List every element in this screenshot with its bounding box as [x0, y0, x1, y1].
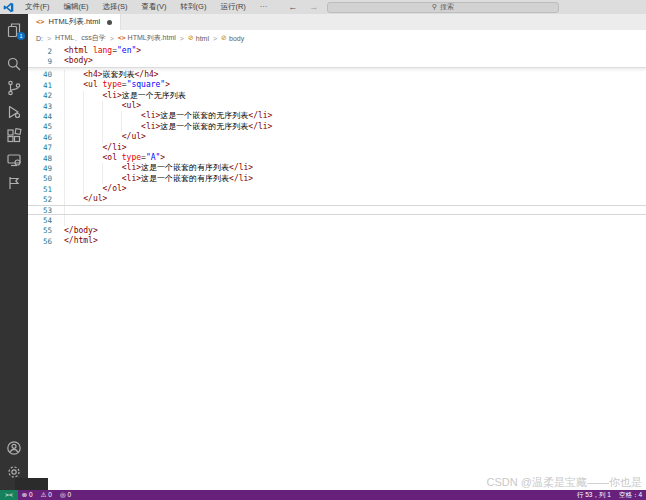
breadcrumb: D:>HTML、css自学><>HTML列表.html>⊘html>⊘body [28, 30, 646, 46]
code-text: </html> [64, 236, 98, 246]
code-text: <body> [64, 56, 93, 66]
accounts-icon[interactable] [6, 440, 22, 456]
breadcrumb-item-D:[interactable]: D: [36, 35, 43, 42]
line-number: 48 [28, 154, 52, 163]
code-line-45[interactable]: 45 <li>这是一个嵌套的无序列表</li> [28, 122, 646, 132]
html-file-icon: <> [36, 18, 44, 26]
line-number: 44 [28, 112, 52, 121]
line-number: 43 [28, 102, 52, 111]
line-number: 41 [28, 81, 52, 90]
line-number: 51 [28, 185, 52, 194]
code-line-54[interactable]: 54 [28, 215, 646, 225]
custom-tool-icon[interactable] [6, 175, 22, 191]
code-editor[interactable]: 2<html lang="en">9<body> 40 <h4>嵌套列表</h4… [28, 46, 646, 490]
file-code-icon: <> [118, 34, 126, 42]
code-line-40[interactable]: 40 <h4>嵌套列表</h4> [28, 70, 646, 80]
code-line-43[interactable]: 43 <ul> [28, 101, 646, 111]
code-line-2[interactable]: 2<html lang="en"> [28, 46, 646, 56]
modified-dot-icon[interactable] [107, 20, 112, 25]
menu-item-3[interactable]: 查看(V) [135, 0, 174, 14]
status-bar: >< ⊗ 0⚠ 0◎ 0 行 53，列 1空格：4 [0, 490, 646, 500]
code-line-51[interactable]: 51 </ol> [28, 184, 646, 194]
menu-item-0[interactable]: 文件(F) [18, 0, 57, 14]
breadcrumb-separator: > [43, 35, 55, 42]
status-right-item-0[interactable]: 行 53，列 1 [573, 491, 615, 500]
code-line-56[interactable]: 56</html> [28, 236, 646, 246]
menu-item-5[interactable]: 运行(R) [213, 0, 252, 14]
line-number: 46 [28, 133, 52, 142]
line-number: 40 [28, 70, 52, 79]
breadcrumb-item-html[interactable]: ⊘html [188, 34, 209, 42]
extensions-icon[interactable] [6, 128, 22, 144]
code-text: </ul> [64, 194, 107, 204]
line-number: 42 [28, 91, 52, 100]
code-line-53[interactable]: 53 [28, 205, 646, 215]
search-icon: ⚲ [432, 3, 437, 11]
status-item-0[interactable]: ⊗ 0 [18, 491, 37, 499]
code-text: <li>这是一个嵌套的有序列表</li> [64, 174, 253, 184]
search-input[interactable]: ⚲ 搜索 [327, 2, 559, 13]
tab-label: HTML列表.html [48, 17, 100, 27]
menu-item-4[interactable]: 转到(G) [174, 0, 214, 14]
source-control-icon[interactable] [6, 80, 22, 96]
line-number: 49 [28, 164, 52, 173]
line-number: 45 [28, 122, 52, 131]
code-text: <html lang="en"> [64, 46, 141, 56]
menu-item-2[interactable]: 选择(S) [96, 0, 135, 14]
code-line-42[interactable]: 42 <li>这是一个无序列表 [28, 91, 646, 101]
status-item-1[interactable]: ⚠ 0 [37, 491, 56, 499]
code-text: </ul> [64, 132, 146, 142]
code-line-47[interactable]: 47 </li> [28, 143, 646, 153]
title-bar: 文件(F)编辑(E)选择(S)查看(V)转到(G)运行(R)··· ← → ⚲ … [0, 0, 646, 14]
code-lines: 40 <h4>嵌套列表</h4>41 <ul type="square">42 … [28, 70, 646, 247]
code-line-55[interactable]: 55</body> [28, 226, 646, 236]
code-text: <ul> [64, 101, 141, 111]
line-number: 53 [28, 206, 52, 215]
line-number: 50 [28, 174, 52, 183]
symbol-icon: ⊘ [221, 34, 227, 42]
menu-bar: 文件(F)编辑(E)选择(S)查看(V)转到(G)运行(R)··· [18, 0, 274, 14]
line-number: 55 [28, 226, 52, 235]
nav-arrows: ← → [282, 0, 324, 14]
remote-indicator[interactable]: >< [0, 490, 18, 500]
code-text: </body> [64, 226, 98, 236]
menu-item-1[interactable]: 编辑(E) [57, 0, 96, 14]
menu-item-6[interactable]: ··· [253, 0, 275, 14]
code-text: <h4>嵌套列表</h4> [64, 70, 159, 80]
breadcrumb-item-body[interactable]: ⊘body [221, 34, 244, 42]
code-line-52[interactable]: 52 </ul> [28, 194, 646, 204]
code-line-9[interactable]: 9<body> [28, 56, 646, 66]
code-line-46[interactable]: 46 </ul> [28, 132, 646, 142]
line-number: 2 [28, 47, 52, 56]
breadcrumb-separator: > [176, 35, 188, 42]
code-text: </ol> [64, 184, 127, 194]
tab-html-list[interactable]: <> HTML列表.html [28, 14, 121, 30]
status-right-item-1[interactable]: 空格：4 [615, 491, 646, 500]
search-placeholder: 搜索 [440, 2, 454, 12]
code-line-49[interactable]: 49 <li>这是一个嵌套的有序列表</li> [28, 163, 646, 173]
line-number: 56 [28, 237, 52, 246]
search-sidebar-icon[interactable] [6, 56, 22, 72]
symbol-icon: ⊘ [188, 34, 194, 42]
nav-forward-button[interactable]: → [303, 0, 324, 14]
activity-bar: 1 [0, 14, 28, 490]
nav-back-button[interactable]: ← [282, 0, 303, 14]
code-line-48[interactable]: 48 <ol type="A"> [28, 153, 646, 163]
code-text: <li>这是一个无序列表 [64, 91, 186, 101]
status-item-2[interactable]: ◎ 0 [56, 491, 75, 499]
vscode-logo-icon [3, 2, 14, 13]
explorer-icon[interactable]: 1 [6, 22, 22, 38]
code-line-44[interactable]: 44 <li>这是一个嵌套的无序列表</li> [28, 111, 646, 121]
breadcrumb-item-HTML、css自学[interactable]: HTML、css自学 [55, 33, 106, 43]
code-line-50[interactable]: 50 <li>这是一个嵌套的有序列表</li> [28, 174, 646, 184]
code-line-41[interactable]: 41 <ul type="square"> [28, 80, 646, 90]
code-text: <ol type="A"> [64, 153, 165, 163]
breadcrumb-separator: > [106, 35, 118, 42]
remote-explorer-icon[interactable] [6, 152, 22, 168]
line-number: 52 [28, 195, 52, 204]
line-number: 9 [28, 57, 52, 66]
sticky-scroll: 2<html lang="en">9<body> [28, 46, 646, 68]
breadcrumb-item-HTML列表.html[interactable]: <>HTML列表.html [118, 33, 176, 43]
code-text: <li>这是一个嵌套的无序列表</li> [64, 111, 272, 121]
run-debug-icon[interactable] [6, 104, 22, 120]
